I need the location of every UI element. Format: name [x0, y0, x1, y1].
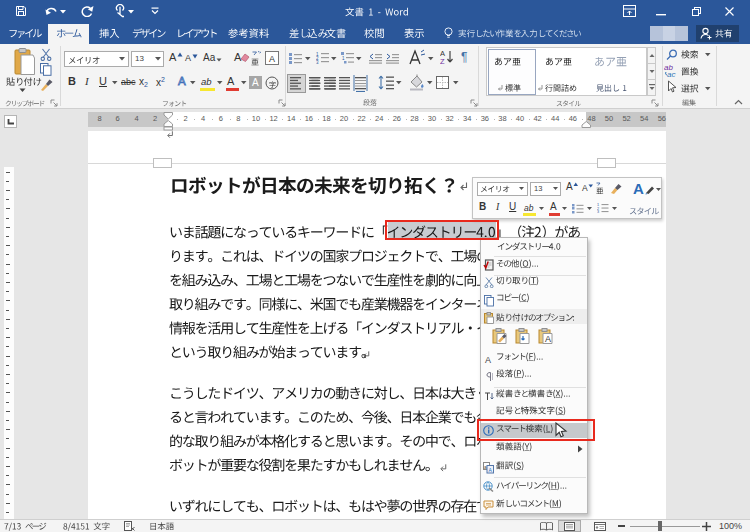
svg-text:A: A [485, 355, 491, 365]
svg-text:1: 1 [342, 56, 345, 61]
svg-text:A: A [545, 334, 551, 344]
svg-text:3: 3 [597, 210, 599, 214]
svg-text:A: A [269, 54, 275, 64]
svg-text:Z: Z [440, 57, 445, 65]
svg-text:3: 3 [316, 60, 319, 64]
svg-text:ac: ac [667, 70, 675, 78]
